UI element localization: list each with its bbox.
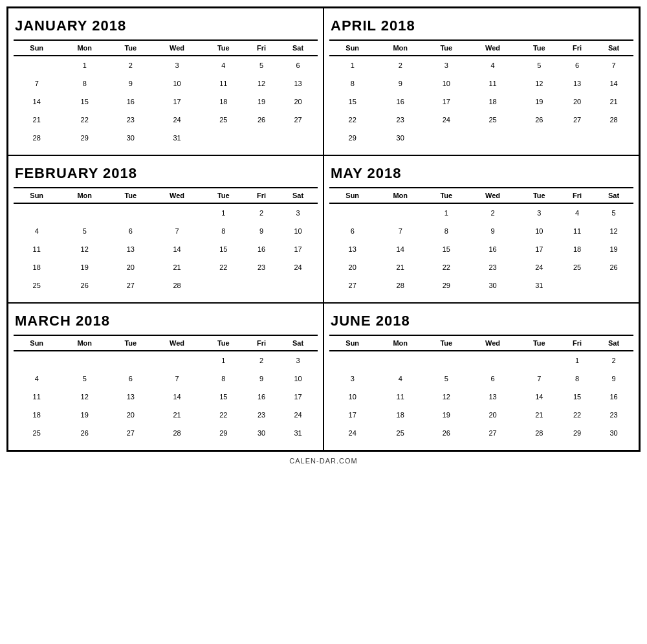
day-cell: 8 [203,370,245,388]
col-header-1: Mon [60,188,109,203]
month-title-may-2018: MAY 2018 [329,161,633,187]
day-cell: 13 [109,240,152,258]
cal-table-january-2018: SunMonTueWedTueFriSat1234567891011121314… [14,39,318,147]
day-cell: 19 [425,406,468,424]
table-row: 78910111213 [14,74,318,93]
day-cell: 18 [14,258,60,276]
col-header-0: Sun [329,188,375,203]
day-cell: 13 [560,74,594,93]
table-row: 123 [14,351,318,370]
day-cell: 30 [594,424,633,442]
day-cell: 29 [425,276,468,294]
day-cell [245,276,278,294]
day-cell [518,351,561,370]
day-cell [560,129,594,147]
day-cell: 15 [425,240,468,258]
day-cell [152,203,203,222]
day-cell [425,351,468,370]
day-cell [329,351,375,370]
table-row: 3456789 [329,370,633,388]
day-cell: 23 [245,406,278,424]
day-cell: 5 [245,56,278,74]
table-row: 24252627282930 [329,424,633,442]
col-header-2: Tue [109,40,152,56]
day-cell: 30 [375,129,425,147]
cal-table-march-2018: SunMonTueWedTueFriSat1234567891011121314… [14,335,318,442]
day-cell: 6 [329,222,375,240]
cal-table-april-2018: SunMonTueWedTueFriSat1234567891011121314… [329,39,633,147]
day-cell [203,129,245,147]
day-cell: 20 [278,93,318,111]
col-header-5: Fri [560,335,594,351]
day-cell: 9 [468,222,518,240]
day-cell: 26 [594,258,633,276]
day-cell: 11 [468,74,518,93]
table-row: 6789101112 [329,222,633,240]
col-header-4: Tue [518,188,561,203]
day-cell: 3 [152,56,203,74]
day-cell: 2 [109,56,152,74]
day-cell: 8 [425,222,468,240]
day-cell [594,129,633,147]
day-cell: 12 [518,74,561,93]
day-cell: 2 [245,351,278,370]
day-cell: 31 [278,424,318,442]
col-header-6: Sat [594,40,633,56]
footer-label: CALEN-DAR.COM [289,457,357,465]
day-cell: 3 [329,370,375,388]
day-cell: 17 [329,406,375,424]
table-row: 13141516171819 [329,240,633,258]
table-row: 45678910 [14,370,318,388]
day-cell: 9 [375,74,425,93]
day-cell: 17 [278,240,318,258]
day-cell: 15 [560,388,594,406]
day-cell: 20 [109,258,152,276]
day-cell: 10 [278,222,318,240]
day-cell: 6 [109,370,152,388]
day-cell: 15 [203,388,245,406]
table-row: 123 [14,203,318,222]
table-row: 28293031 [14,129,318,147]
day-cell: 17 [425,93,468,111]
day-cell: 14 [14,93,60,111]
day-cell: 11 [560,222,594,240]
table-row: 891011121314 [329,74,633,93]
col-header-3: Wed [152,335,203,351]
month-february-2018: FEBRUARY 2018SunMonTueWedTueFriSat123456… [8,155,324,303]
day-cell: 10 [278,370,318,388]
day-cell: 18 [560,240,594,258]
table-row: 17181920212223 [329,406,633,424]
day-cell: 6 [560,56,594,74]
day-cell: 5 [594,203,633,222]
cal-table-june-2018: SunMonTueWedTueFriSat1234567891011121314… [329,335,633,442]
day-cell [468,129,518,147]
day-cell: 25 [203,111,245,129]
table-row: 15161718192021 [329,93,633,111]
day-cell: 21 [375,258,425,276]
day-cell: 25 [468,111,518,129]
table-row: 25262728293031 [14,424,318,442]
day-cell [375,351,425,370]
day-cell: 7 [375,222,425,240]
day-cell: 24 [152,111,203,129]
day-cell: 23 [109,111,152,129]
table-row: 20212223242526 [329,258,633,276]
day-cell: 7 [152,370,203,388]
day-cell: 11 [375,388,425,406]
day-cell: 29 [203,424,245,442]
calendar-grid: JANUARY 2018SunMonTueWedTueFriSat1234567… [6,6,641,452]
day-cell: 7 [152,222,203,240]
day-cell: 10 [518,222,561,240]
day-cell: 24 [425,111,468,129]
day-cell [14,351,60,370]
day-cell: 2 [468,203,518,222]
day-cell: 3 [278,203,318,222]
day-cell [518,129,561,147]
day-cell: 13 [329,240,375,258]
day-cell [425,129,468,147]
table-row: 1234567 [329,56,633,74]
day-cell [329,203,375,222]
day-cell: 17 [278,388,318,406]
day-cell [278,276,318,294]
col-header-3: Wed [468,335,518,351]
